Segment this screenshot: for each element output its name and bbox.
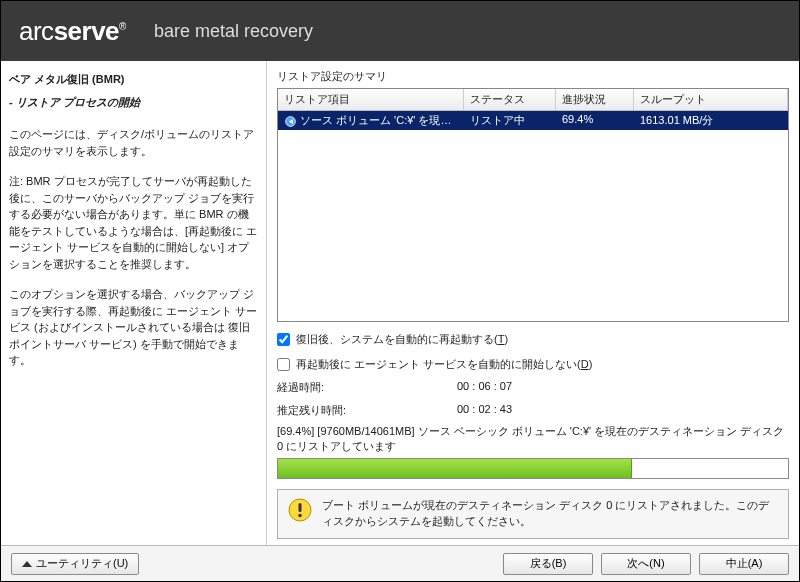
left-para-2: 注: BMR プロセスが完了してサーバが再起動した後に、このサーバからバックアッ… — [9, 173, 258, 272]
left-panel: ベア メタル復旧 (BMR) - リストア プロセスの開始 このページには、ディ… — [1, 61, 267, 545]
cell-item-text: ソース ボリューム 'C:¥' を現在のデスティネ... — [300, 114, 464, 126]
elapsed-label: 経過時間: — [277, 380, 457, 395]
remaining-value: 00 : 02 : 43 — [457, 403, 512, 418]
header-subtitle: bare metal recovery — [154, 21, 313, 42]
checkbox-no-agent-start-input[interactable] — [277, 358, 290, 371]
checkbox-no-agent-start-label: 再起動後に エージェント サービスを自動的に開始しない(D) — [296, 357, 592, 372]
col-status[interactable]: ステータス — [464, 89, 556, 110]
col-throughput[interactable]: スループット — [634, 89, 788, 110]
col-item[interactable]: リストア項目 — [278, 89, 464, 110]
header: arcserve® bare metal recovery — [1, 1, 799, 61]
abort-button[interactable]: 中止(A) — [699, 553, 789, 575]
left-para-3: このオプションを選択する場合、バックアップ ジョブを実行する際、再起動後に エー… — [9, 286, 258, 369]
cell-item: ソース ボリューム 'C:¥' を現在のデスティネ... — [278, 111, 464, 130]
left-para-1: このページには、ディスク/ボリュームのリストア設定のサマリを表示します。 — [9, 126, 258, 159]
brand-light: arc — [19, 16, 54, 46]
status-line: [69.4%] [9760MB/14061MB] ソース ベーシック ボリューム… — [277, 424, 789, 455]
body: ベア メタル復旧 (BMR) - リストア プロセスの開始 このページには、ディ… — [1, 61, 799, 545]
right-panel: リストア設定のサマリ リストア項目 ステータス 進捗状況 スループット ソース … — [267, 61, 799, 545]
back-button[interactable]: 戻る(B) — [503, 553, 593, 575]
page-subtitle: - リストア プロセスの開始 — [9, 94, 258, 111]
footer: ユーティリティ(U) 戻る(B) 次へ(N) 中止(A) — [1, 545, 799, 581]
summary-table: リストア項目 ステータス 進捗状況 スループット ソース ボリューム 'C:¥'… — [277, 88, 789, 322]
svg-rect-2 — [299, 503, 302, 512]
progress-fill — [278, 459, 632, 478]
elapsed-value: 00 : 06 : 07 — [457, 380, 512, 395]
remaining-row: 推定残り時間: 00 : 02 : 43 — [277, 403, 789, 418]
notice-box: ブート ボリュームが現在のデスティネーション ディスク 0 にリストアされました… — [277, 489, 789, 539]
brand-logo: arcserve® — [19, 16, 126, 47]
warning-icon — [288, 498, 312, 522]
svg-point-3 — [298, 514, 302, 518]
remaining-label: 推定残り時間: — [277, 403, 457, 418]
col-progress[interactable]: 進捗状況 — [556, 89, 634, 110]
next-button[interactable]: 次へ(N) — [601, 553, 691, 575]
utility-button[interactable]: ユーティリティ(U) — [11, 553, 139, 575]
checkbox-auto-reboot-input[interactable] — [277, 333, 290, 346]
registered-mark: ® — [119, 21, 126, 32]
chevron-up-icon — [22, 561, 32, 567]
elapsed-row: 経過時間: 00 : 06 : 07 — [277, 380, 789, 395]
app-window: arcserve® bare metal recovery ベア メタル復旧 (… — [0, 0, 800, 582]
brand-bold: serve — [54, 16, 119, 46]
summary-label: リストア設定のサマリ — [277, 69, 789, 84]
checkbox-auto-reboot[interactable]: 復旧後、システムを自動的に再起動する(T) — [277, 332, 789, 347]
checkbox-no-agent-start[interactable]: 再起動後に エージェント サービスを自動的に開始しない(D) — [277, 357, 789, 372]
table-header: リストア項目 ステータス 進捗状況 スループット — [278, 89, 788, 111]
disk-icon — [284, 115, 297, 128]
cell-throughput: 1613.01 MB/分 — [634, 111, 788, 130]
cell-progress: 69.4% — [556, 111, 634, 130]
checkbox-auto-reboot-label: 復旧後、システムを自動的に再起動する(T) — [296, 332, 508, 347]
cell-status: リストア中 — [464, 111, 556, 130]
progress-bar — [277, 458, 789, 479]
page-title: ベア メタル復旧 (BMR) — [9, 71, 258, 88]
utility-label: ユーティリティ(U) — [36, 556, 128, 571]
notice-text: ブート ボリュームが現在のデスティネーション ディスク 0 にリストアされました… — [322, 498, 778, 530]
table-row[interactable]: ソース ボリューム 'C:¥' を現在のデスティネ... リストア中 69.4%… — [278, 111, 788, 130]
